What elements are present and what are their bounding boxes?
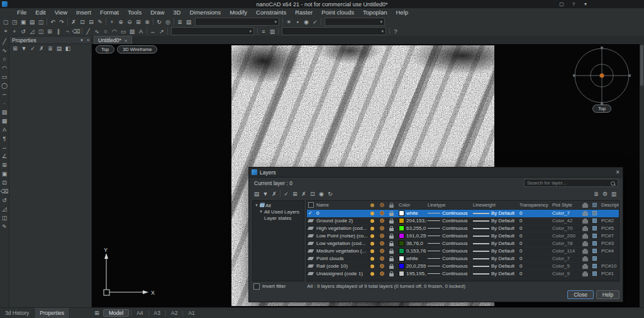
undo-icon[interactable]: ↶ — [48, 18, 57, 26]
rotate-icon[interactable]: ↺ — [19, 27, 28, 35]
layer-plot-toggle[interactable] — [581, 240, 591, 247]
menu-item-format[interactable]: Format — [96, 8, 123, 17]
sheet-tab-a1[interactable]: A1 — [185, 310, 197, 316]
named-views-icon[interactable]: ◎ — [164, 18, 172, 26]
layer-plot-toggle[interactable] — [581, 270, 591, 277]
set-current-layer-icon[interactable]: ✓ — [282, 190, 291, 198]
layer-transparency-cell[interactable]: 0 — [518, 270, 551, 277]
layer-linetype-cell[interactable]: Continuous — [426, 210, 472, 217]
layer-plot-toggle[interactable] — [581, 247, 591, 254]
print-preview-icon[interactable]: ◫ — [36, 18, 45, 26]
layer-vp-cell[interactable] — [591, 210, 600, 217]
layer-freeze-toggle[interactable] — [379, 225, 388, 232]
layer-transparency-cell[interactable]: 0 — [518, 263, 551, 270]
layers-dialog-titlebar[interactable]: Layers × — [249, 168, 623, 178]
layer-transparency-cell[interactable]: 0 — [518, 210, 551, 217]
table-icon[interactable]: ⊞ — [0, 161, 9, 169]
layer-states-icon[interactable]: ▤ — [184, 18, 193, 26]
layer-color-cell[interactable]: white — [397, 255, 426, 262]
layer-row[interactable]: Low Point (noise) (co...191,0,255Continu… — [307, 232, 619, 240]
redo-icon[interactable]: ↷ — [57, 18, 66, 26]
erase-icon[interactable]: ⌫ — [0, 187, 9, 196]
layer-plot-toggle[interactable] — [581, 210, 591, 217]
layer-on-toggle[interactable] — [369, 247, 379, 254]
panel-tab-properties[interactable]: Properties — [35, 308, 70, 318]
layer-vp-cell[interactable] — [591, 217, 600, 224]
layer-color-cell[interactable]: 0,153,76 — [397, 247, 426, 254]
arc-icon[interactable]: ◠ — [0, 64, 9, 72]
rectangle-icon[interactable]: ▭ — [119, 27, 128, 35]
invert-filter-checkbox[interactable] — [253, 283, 260, 290]
scale-icon[interactable]: ◿ — [0, 205, 9, 213]
layer-freeze-toggle[interactable] — [379, 240, 388, 247]
layer-row[interactable]: Rail (code 10)20,0,255ContinuousBy Defau… — [307, 263, 619, 270]
layer-freeze-toggle[interactable] — [379, 263, 388, 270]
erase-icon[interactable]: ⌫ — [72, 27, 80, 35]
view-badge[interactable]: Top — [96, 45, 114, 54]
mirror-icon[interactable]: ◫ — [0, 213, 9, 222]
scrollbar-thumb[interactable] — [640, 45, 643, 86]
layer-freeze-toggle[interactable] — [379, 210, 388, 217]
layer-lineweight-cell[interactable]: By Default — [472, 232, 518, 239]
new-layer-vp-frozen-icon[interactable]: ⊡ — [308, 190, 317, 198]
move-icon[interactable]: + — [10, 27, 19, 35]
layer-linetype-cell[interactable]: Continuous — [426, 232, 472, 239]
layer-transparency-cell[interactable]: 0 — [518, 217, 551, 224]
layer-on-toggle[interactable] — [369, 263, 379, 270]
layer-lock-toggle[interactable] — [388, 210, 397, 217]
text-icon[interactable]: A — [0, 125, 9, 134]
menu-item-insert[interactable]: Insert — [72, 8, 96, 17]
tree-item[interactable]: ▼All Used Layers — [253, 208, 304, 215]
layer-row[interactable]: Unassigned (code 1)195,195,...Continuous… — [307, 270, 619, 278]
help-icon[interactable]: ? — [569, 1, 578, 8]
panel-close-icon[interactable]: × — [85, 37, 91, 43]
layer-row[interactable]: ✓0whiteContinuousBy Default0Color_7 — [307, 210, 619, 217]
pan-icon[interactable]: + — [108, 18, 116, 26]
menu-item-tools[interactable]: Tools — [123, 8, 146, 17]
insert-block-icon[interactable]: ⊡ — [0, 178, 9, 187]
polyline-icon[interactable]: ∿ — [0, 46, 9, 55]
tree-item[interactable]: Layer states — [253, 215, 304, 221]
line-icon[interactable]: ╱ — [84, 27, 92, 35]
lineweight-tool-icon[interactable]: ≡ — [259, 27, 268, 35]
zoom-in-icon[interactable]: ⊕ — [116, 18, 125, 26]
layer-on-toggle[interactable] — [369, 240, 379, 247]
layer-linetype-cell[interactable]: Continuous — [426, 225, 472, 232]
list-icon[interactable]: ≣ — [46, 44, 55, 52]
zoom-extents-icon[interactable]: ⊗ — [143, 18, 152, 26]
select-all-checkbox[interactable] — [308, 202, 314, 208]
layer-linetype-cell[interactable]: Continuous — [426, 240, 472, 247]
menu-item-dimensions[interactable]: Dimensions — [185, 8, 225, 17]
new-file-icon[interactable]: ▢ — [1, 18, 10, 26]
layer-vp-cell[interactable] — [591, 232, 600, 239]
rectangle-icon[interactable]: ▭ — [0, 72, 9, 81]
list-view-icon[interactable]: ≣ — [592, 190, 601, 198]
pick-icon[interactable]: ✓ — [28, 44, 37, 52]
style-combo[interactable]: ▾ — [282, 27, 386, 35]
scale-icon[interactable]: ◿ — [28, 27, 36, 35]
dialog-close-icon[interactable]: × — [616, 169, 619, 176]
menu-item-help[interactable]: Help — [391, 8, 413, 17]
navigation-compass[interactable] — [572, 45, 632, 106]
layer-color-cell[interactable]: 20,0,255 — [397, 263, 426, 270]
spline-icon[interactable]: ∽ — [0, 90, 9, 99]
close-button[interactable]: Close — [567, 290, 594, 299]
panel-pin-icon[interactable]: ▾ — [79, 37, 85, 43]
layer-freeze-toggle[interactable] — [379, 270, 388, 277]
leader-icon[interactable]: ↗ — [157, 27, 166, 35]
zoom-window-icon[interactable]: ⊞ — [134, 18, 143, 26]
point-icon[interactable]: · — [0, 99, 9, 108]
layer-color-cell[interactable]: 36,76,0 — [397, 240, 426, 247]
delete-layer-icon[interactable]: ✗ — [299, 190, 308, 198]
caret-down-icon[interactable]: ▾ — [581, 1, 590, 8]
sheet-tab-model[interactable]: Model — [103, 309, 129, 317]
hatch-icon[interactable]: ▨ — [0, 108, 9, 116]
paste-icon[interactable]: ⊟ — [87, 18, 96, 26]
layer-color-cell[interactable]: 204,153,0 — [397, 217, 426, 224]
menu-item-draw[interactable]: Draw — [146, 8, 169, 17]
layer-on-icon[interactable]: ☀ — [284, 18, 293, 26]
cut-icon[interactable]: ✗ — [69, 18, 78, 26]
settings-gear-icon[interactable]: ⚙ — [601, 190, 609, 198]
layer-linetype-cell[interactable]: Continuous — [426, 263, 472, 270]
new-group-filter-icon[interactable]: ▼ — [261, 190, 270, 198]
